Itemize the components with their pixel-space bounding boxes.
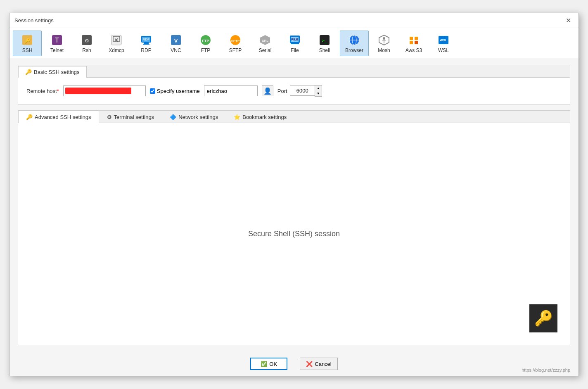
svg-text:SFTP: SFTP <box>231 39 240 43</box>
svg-text:FILE: FILE <box>291 38 299 41</box>
protocol-ssh-label: SSH <box>22 47 33 53</box>
rsh-icon: ⚙ <box>80 33 93 47</box>
protocol-rsh[interactable]: ⚙ Rsh <box>72 31 101 56</box>
awss3-icon <box>407 33 420 47</box>
network-tab-label: Network settings <box>178 114 218 120</box>
sftp-icon: SFTP <box>229 33 242 47</box>
tab-terminal[interactable]: ⚙ Terminal settings <box>99 111 162 123</box>
protocol-shell-label: Shell <box>319 47 330 53</box>
specify-username-checkbox[interactable] <box>150 88 155 94</box>
protocol-ftp[interactable]: FTP FTP <box>191 31 220 56</box>
protocol-telnet-label: Telnet <box>50 47 64 53</box>
basic-ssh-tab-icon: 🔑 <box>25 69 32 75</box>
svg-text:WSL: WSL <box>440 38 447 42</box>
protocol-sftp[interactable]: SFTP SFTP <box>221 31 250 56</box>
user-icon: 👤 <box>263 87 272 95</box>
file-icon: FILE <box>288 33 301 47</box>
protocol-sftp-label: SFTP <box>229 47 242 53</box>
ok-button[interactable]: ✅ OK <box>250 358 287 370</box>
dialog-title: Session settings <box>14 17 54 24</box>
svg-text:⚙: ⚙ <box>85 38 89 44</box>
protocol-awss3[interactable]: Aws S3 <box>399 31 428 56</box>
ftp-icon: FTP <box>199 33 212 47</box>
footer-url: https://blog.net/zzzy.php <box>522 368 570 372</box>
svg-point-33 <box>383 37 385 40</box>
footer: ✅ OK ❌ Cancel https://blog.net/zzzy.php <box>9 352 579 376</box>
svg-rect-10 <box>144 43 149 44</box>
protocol-file[interactable]: FILE File <box>280 31 309 56</box>
protocol-file-label: File <box>291 47 299 53</box>
port-up-button[interactable]: ▲ <box>315 85 322 91</box>
ssh-session-label: Secure Shell (SSH) session <box>248 230 340 238</box>
mosh-icon <box>377 33 391 47</box>
basic-ssh-panel: 🔑 Basic SSH settings Remote host* <box>18 66 570 104</box>
protocol-awss3-label: Aws S3 <box>405 47 422 53</box>
protocol-serial[interactable]: SRL Serial <box>251 31 280 56</box>
port-input[interactable] <box>290 85 315 96</box>
svg-text:RDP: RDP <box>143 38 150 41</box>
serial-icon: SRL <box>258 33 272 47</box>
cancel-button[interactable]: ❌ Cancel <box>300 358 337 370</box>
port-down-button[interactable]: ▼ <box>315 91 322 96</box>
basic-tab-bar: 🔑 Basic SSH settings <box>18 66 570 78</box>
basic-ssh-tab-label: Basic SSH settings <box>34 69 80 75</box>
remote-host-input-wrapper[interactable] <box>63 85 146 96</box>
cancel-icon: ❌ <box>306 361 313 367</box>
main-content: 🔑 Basic SSH settings Remote host* <box>9 59 579 352</box>
port-spinners: ▲ ▼ <box>315 85 322 97</box>
svg-text:✕: ✕ <box>114 37 119 43</box>
protocol-rsh-label: Rsh <box>82 47 91 53</box>
svg-rect-39 <box>415 41 418 44</box>
protocol-mosh[interactable]: Mosh <box>370 31 398 56</box>
svg-text:V: V <box>174 38 178 44</box>
advanced-panel-body: Secure Shell (SSH) session 🔑 <box>18 123 570 345</box>
cancel-label: Cancel <box>315 361 331 367</box>
port-input-wrap: ▲ ▼ <box>290 85 322 97</box>
tab-advanced-ssh[interactable]: 🔑 Advanced SSH settings <box>18 111 99 123</box>
svg-text:🔑: 🔑 <box>24 38 31 44</box>
close-button[interactable]: ✕ <box>563 17 574 25</box>
telnet-icon: T <box>50 33 64 47</box>
protocol-wsl-label: WSL <box>438 47 449 53</box>
port-label: Port <box>277 88 287 94</box>
bookmark-tab-icon: ⭐ <box>234 114 240 120</box>
protocol-shell[interactable]: >_ Shell <box>310 31 339 56</box>
protocol-wsl[interactable]: WSL WSL <box>429 31 458 56</box>
network-tab-icon: 🔷 <box>170 114 176 120</box>
svg-text:>_: >_ <box>322 38 327 43</box>
protocol-ftp-label: FTP <box>201 47 211 53</box>
protocol-xdmcp[interactable]: ✕ Xdmcp <box>102 31 131 56</box>
tab-bookmark[interactable]: ⭐ Bookmark settings <box>226 111 294 123</box>
protocol-browser[interactable]: Browser <box>340 31 369 56</box>
title-bar: Session settings ✕ <box>9 13 579 28</box>
wsl-icon: WSL <box>437 33 450 47</box>
protocol-mosh-label: Mosh <box>378 47 390 53</box>
browser-icon <box>348 33 361 47</box>
shell-icon: >_ <box>318 33 331 47</box>
ssh-icon: 🔑 <box>21 33 34 47</box>
svg-rect-23 <box>291 43 299 44</box>
username-input[interactable] <box>204 85 258 96</box>
tab-network[interactable]: 🔷 Network settings <box>162 111 226 123</box>
protocol-rdp-label: RDP <box>141 47 151 53</box>
protocol-rdp[interactable]: RDP RDP <box>132 31 161 56</box>
svg-text:T: T <box>55 37 59 44</box>
svg-rect-11 <box>143 44 149 45</box>
protocol-telnet[interactable]: T Telnet <box>43 31 71 56</box>
advanced-panel: 🔑 Advanced SSH settings ⚙ Terminal setti… <box>18 110 570 345</box>
bookmark-tab-label: Bookmark settings <box>242 114 287 120</box>
svg-rect-37 <box>415 37 418 40</box>
user-browse-button[interactable]: 👤 <box>262 85 273 96</box>
svg-rect-38 <box>410 41 413 44</box>
required-star: * <box>57 88 59 94</box>
protocol-serial-label: Serial <box>259 47 272 53</box>
specify-username-label[interactable]: Specify username <box>150 88 200 94</box>
basic-ssh-tab[interactable]: 🔑 Basic SSH settings <box>18 66 87 78</box>
protocol-ssh[interactable]: 🔑 SSH <box>13 31 42 56</box>
port-group: Port ▲ ▼ <box>277 85 322 97</box>
vnc-icon: V <box>169 33 183 47</box>
ssh-key-icon: 🔑 <box>529 304 557 332</box>
protocol-vnc[interactable]: V VNC <box>161 31 190 56</box>
svg-text:FTP: FTP <box>202 39 209 43</box>
xdmcp-icon: ✕ <box>110 33 123 47</box>
